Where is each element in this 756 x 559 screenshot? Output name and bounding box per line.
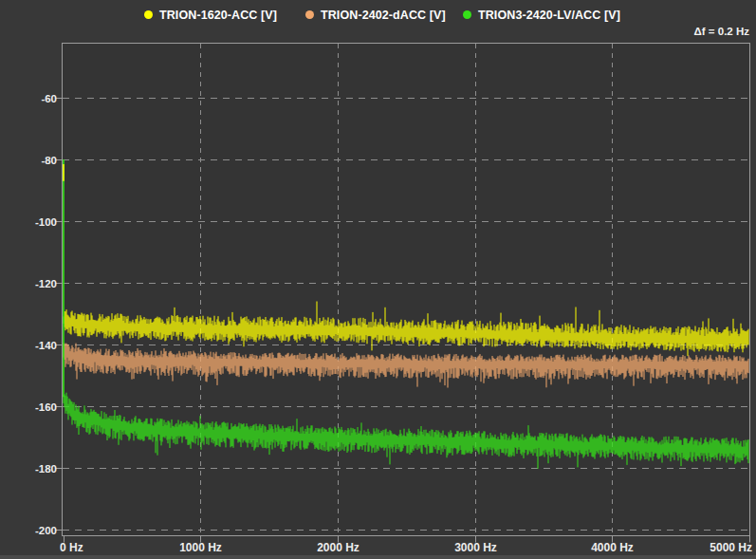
y-tick-label: -200 [35, 525, 57, 536]
bottom-edge-strip [0, 555, 756, 559]
y-tick-label: -60 [41, 93, 57, 104]
x-tick-label: 4000 Hz [591, 541, 634, 554]
x-tick-label: 5000 Hz [710, 541, 752, 554]
spectrum-plot[interactable]: -60-80-100-120-140-160-180-200 0 Hz1000 … [0, 0, 756, 559]
y-tick-label: -140 [35, 340, 57, 351]
y-tick-label: -120 [35, 278, 57, 289]
y-tick-label: -180 [35, 463, 57, 475]
y-tick-label: -100 [35, 216, 57, 228]
x-tick-label: 1000 Hz [179, 541, 222, 554]
y-tick-label: -160 [35, 401, 57, 413]
x-tick-label: 2000 Hz [317, 541, 360, 554]
x-tick-label: 3000 Hz [454, 541, 497, 554]
plot-area [63, 44, 750, 536]
y-tick-label: -80 [41, 155, 57, 166]
x-axis-labels: 0 Hz1000 Hz2000 Hz3000 Hz4000 Hz5000 Hz [60, 541, 752, 554]
y-axis-labels: -60-80-100-120-140-160-180-200 [35, 93, 57, 536]
spectrum-analyzer-window: TRION-1620-ACC [V] TRION-2402-dACC [V] T… [0, 0, 756, 559]
x-tick-label: 0 Hz [60, 541, 83, 554]
